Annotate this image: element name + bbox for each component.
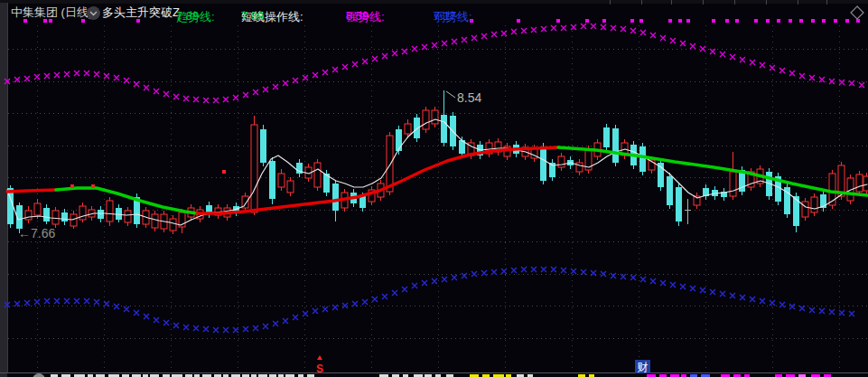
- signal-dots: [70, 170, 226, 188]
- caifu-badge[interactable]: 财: [635, 360, 650, 373]
- chevron-down-icon[interactable]: [87, 6, 100, 20]
- price-annotations: 8.54←7.66: [18, 90, 481, 240]
- candles-layer: [7, 90, 868, 234]
- sell-signal-marker: S: [316, 355, 323, 375]
- diamond-icon[interactable]: [847, 4, 867, 24]
- svg-text:8.54: 8.54: [457, 90, 481, 105]
- svg-text:S: S: [316, 363, 323, 375]
- clipped-bottom-row: [33, 373, 831, 377]
- upper-band-x-markers: [5, 24, 864, 103]
- svg-text:财: 财: [638, 361, 649, 373]
- upper-band-dots: [23, 19, 860, 23]
- main-candlestick-chart[interactable]: 8.54←7.66S财: [0, 0, 868, 377]
- stock-chart-window: 8.54←7.66S财 中集集团 (日线) 多头主升突破Z 趋势线: 7.89 …: [0, 0, 868, 377]
- lower-band-x-markers: [5, 267, 854, 333]
- svg-text:←7.66: ←7.66: [18, 226, 55, 240]
